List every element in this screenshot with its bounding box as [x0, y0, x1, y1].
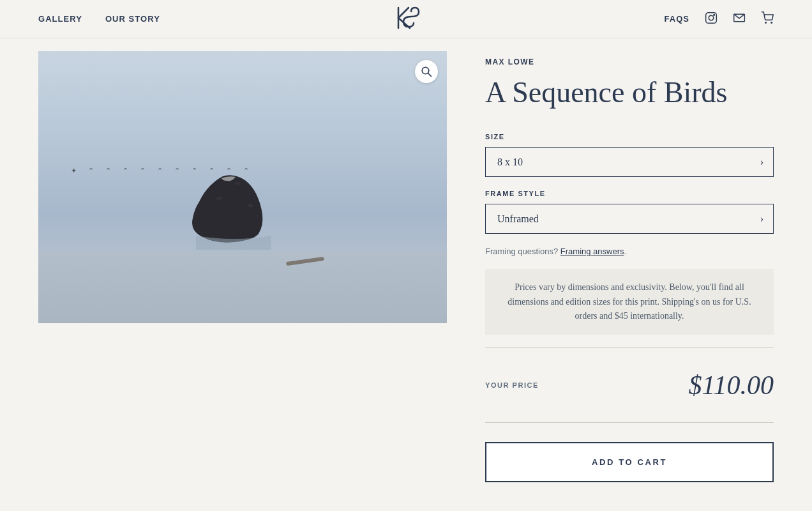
frame-label: FRAME STYLE: [485, 190, 774, 197]
svg-point-7: [765, 22, 767, 24]
water: [38, 252, 447, 323]
image-section: ✦ ⌃ ⌃ ⌃ ⌃ ⌃ ⌃ ⌃ ⌃ ⌃ ⌃: [38, 51, 447, 482]
cart-icon[interactable]: [761, 11, 774, 26]
svg-point-5: [714, 15, 715, 16]
svg-line-10: [428, 73, 432, 77]
pricing-note: Prices vary by dimensions and exclusivit…: [485, 269, 774, 335]
bird-6: ⌃: [157, 167, 163, 175]
size-select-wrapper: 8 x 10 11 x 14 16 x 20 20 x 24 ›: [485, 147, 774, 177]
price-divider-top: [485, 347, 774, 348]
bird-1: ✦: [71, 167, 77, 175]
site-header: GALLERY OUR STORY FAQS: [0, 0, 812, 38]
main-content: ✦ ⌃ ⌃ ⌃ ⌃ ⌃ ⌃ ⌃ ⌃ ⌃ ⌃: [0, 51, 812, 482]
product-image: ✦ ⌃ ⌃ ⌃ ⌃ ⌃ ⌃ ⌃ ⌃ ⌃ ⌃: [38, 51, 447, 323]
bird-4: ⌃: [123, 167, 128, 175]
price-divider-bottom: [485, 422, 774, 423]
size-label: SIZE: [485, 133, 774, 141]
mail-icon[interactable]: [733, 11, 746, 26]
nav-our-story[interactable]: OUR STORY: [105, 14, 160, 24]
bird-2: ⌃: [88, 167, 94, 175]
product-info: MAX LOWE A Sequence of Birds SIZE 8 x 10…: [485, 51, 774, 482]
instagram-icon[interactable]: [705, 11, 718, 26]
price-value: $110.00: [689, 370, 774, 400]
framing-period: .: [624, 247, 627, 256]
svg-rect-3: [706, 13, 717, 24]
magnify-button[interactable]: [415, 60, 438, 83]
framing-question: Framing questions? Framing answers.: [485, 247, 774, 256]
logo[interactable]: [389, 1, 423, 37]
bird-5: ⌃: [140, 167, 146, 175]
nav-left: GALLERY OUR STORY: [38, 14, 160, 24]
nav-faqs[interactable]: FAQS: [664, 14, 689, 24]
svg-point-4: [709, 15, 714, 20]
svg-point-8: [771, 22, 772, 24]
price-row: YOUR PRICE $110.00: [485, 361, 774, 409]
frame-select-wrapper: Unframed Black Frame White Frame Natural…: [485, 204, 774, 234]
nav-right: FAQS: [664, 11, 774, 26]
rock-island: [177, 148, 292, 252]
your-price-label: YOUR PRICE: [485, 381, 539, 389]
product-title: A Sequence of Birds: [485, 75, 774, 110]
nav-gallery[interactable]: GALLERY: [38, 14, 82, 24]
frame-select[interactable]: Unframed Black Frame White Frame Natural…: [485, 204, 774, 234]
size-select[interactable]: 8 x 10 11 x 14 16 x 20 20 x 24: [485, 147, 774, 177]
framing-answers-link[interactable]: Framing answers: [560, 247, 624, 256]
artist-name: MAX LOWE: [485, 57, 774, 66]
bird-3: ⌃: [105, 167, 111, 175]
add-to-cart-button[interactable]: ADD TO CART: [485, 442, 774, 482]
